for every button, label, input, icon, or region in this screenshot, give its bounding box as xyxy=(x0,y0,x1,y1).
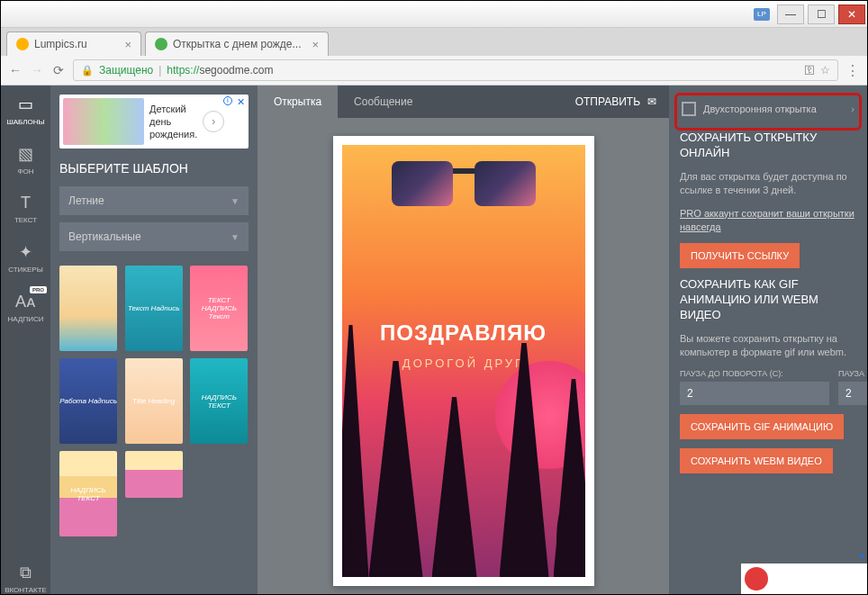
save-online-text: Для вас открытка будет доступна по ссылк… xyxy=(680,170,856,198)
doublesided-label: Двухсторонняя открытка xyxy=(703,104,817,114)
browser-tabstrip: Lumpics.ru × Открытка с днем рожде... × xyxy=(1,28,867,56)
doublesided-row[interactable]: Двухсторонняя открытка › xyxy=(680,96,856,122)
card-title: ПОЗДРАВЛЯЮ xyxy=(342,320,585,346)
save-gif-text: Вы можете сохранить открытку на компьюте… xyxy=(680,332,856,360)
nav-forward-icon[interactable]: → xyxy=(30,63,44,77)
template-thumb[interactable]: ТЕКСТ НАДПИСЬ Текст xyxy=(190,266,248,351)
pro-link[interactable]: PRO аккаунт сохранит ваши открытки навсе… xyxy=(680,207,856,235)
chevron-right-icon[interactable]: › xyxy=(851,104,854,114)
templates-icon: ▭ xyxy=(18,95,33,114)
rail-vk[interactable]: ⧉ВКОНТАКТЕ xyxy=(1,563,50,594)
window-maximize[interactable]: ☐ xyxy=(808,5,835,24)
send-button[interactable]: ОТПРАВИТЬ✉ xyxy=(563,86,669,118)
chevron-down-icon: ▼ xyxy=(231,232,240,242)
profile-badge[interactable]: LP xyxy=(754,8,770,21)
ad-banner[interactable]: Детскийденьрождения. › i ✕ xyxy=(59,95,249,149)
template-thumb[interactable] xyxy=(59,266,117,351)
ad-close-icon[interactable]: ✕ xyxy=(858,551,865,561)
ad-close-icon[interactable]: ✕ xyxy=(237,96,245,108)
pause-before-input[interactable] xyxy=(680,382,829,405)
ad-image xyxy=(63,98,144,145)
checkbox[interactable] xyxy=(682,102,696,116)
tab-card[interactable]: Открытка xyxy=(258,86,338,118)
key-icon[interactable]: ⚿ xyxy=(804,64,815,77)
small-ad[interactable]: ✕ xyxy=(741,563,867,594)
get-link-button[interactable]: ПОЛУЧИТЬ ССЫЛКУ xyxy=(680,243,800,268)
template-thumb[interactable]: Работа Надпись xyxy=(59,358,117,444)
tab-close-icon[interactable]: × xyxy=(124,38,131,51)
rail-stickers[interactable]: ✦СТИКЕРЫ xyxy=(1,242,50,274)
text-icon: T xyxy=(21,194,31,212)
sidebar: Детскийденьрождения. › i ✕ ВЫБЕРИТЕ ШАБЛ… xyxy=(50,86,258,594)
lock-icon: 🔒 xyxy=(81,65,94,77)
rail-inscriptions[interactable]: PROAᴀНАДПИСИ xyxy=(1,292,50,323)
save-online-heading: СОХРАНИТЬ ОТКРЫТКУ ОНЛАЙН xyxy=(680,131,856,161)
background-icon: ▧ xyxy=(18,144,33,164)
browser-menu-icon[interactable]: ⋮ xyxy=(845,62,860,79)
tab-title: Lumpics.ru xyxy=(34,38,87,50)
url-input[interactable]: 🔒 Защищено | https://segoodme.com ⚿ ☆ xyxy=(73,59,838,81)
card-subtitle: ДОРОГОЙ ДРУГ xyxy=(342,356,585,370)
favicon-icon xyxy=(16,38,29,50)
tab-message[interactable]: Сообщение xyxy=(338,86,429,118)
bookmark-star-icon[interactable]: ☆ xyxy=(820,64,830,77)
tab-title: Открытка с днем рожде... xyxy=(173,38,302,50)
nav-back-icon[interactable]: ← xyxy=(8,63,23,77)
address-bar: ← → ⟳ 🔒 Защищено | https://segoodme.com … xyxy=(1,56,867,86)
template-thumb[interactable]: НАДПИСЬ ТЕКСТ xyxy=(59,451,117,536)
postcard-artwork: ПОЗДРАВЛЯЮ ДОРОГОЙ ДРУГ xyxy=(342,145,585,577)
app-root: ▭ШАБЛОНЫ ▧ФОН TТЕКСТ ✦СТИКЕРЫ PROAᴀНАДПИ… xyxy=(1,86,867,594)
save-webm-button[interactable]: СОХРАНИТЬ WEBM ВИДЕО xyxy=(680,448,833,473)
inscriptions-icon: Aᴀ xyxy=(15,292,36,311)
window-titlebar: LP — ☐ ✕ xyxy=(1,1,867,28)
vk-icon: ⧉ xyxy=(20,563,32,582)
postcard[interactable]: ПОЗДРАВЛЯЮ ДОРОГОЙ ДРУГ xyxy=(333,136,594,586)
stickers-icon: ✦ xyxy=(19,242,32,262)
save-gif-heading: СОХРАНИТЬ КАК GIF АНИМАЦИЮ ИЛИ WEBM ВИДЕ… xyxy=(680,277,856,323)
rail-text[interactable]: TТЕКСТ xyxy=(1,194,50,224)
template-thumb[interactable] xyxy=(125,451,183,498)
pause-after-label: ПАУЗА ПОСЛЕ (С): xyxy=(838,369,867,378)
pro-badge: PRO xyxy=(30,286,47,293)
nav-reload-icon[interactable]: ⟳ xyxy=(51,63,66,77)
template-thumb[interactable]: НАДПИСЬ ТЕКСТ xyxy=(190,358,248,444)
ad-info-icon[interactable]: i xyxy=(223,96,232,105)
secure-label: Защищено xyxy=(99,64,153,77)
pause-after-input[interactable] xyxy=(838,382,867,405)
template-thumb[interactable]: Title Heading xyxy=(125,358,183,444)
send-icon: ✉ xyxy=(647,95,656,108)
tab-close-icon[interactable]: × xyxy=(312,38,320,51)
browser-tab[interactable]: Lumpics.ru × xyxy=(6,32,141,56)
pause-inputs: ПАУЗА ДО ПОВОРОТА (С): ПАУЗА ПОСЛЕ (С): xyxy=(680,369,856,405)
category-dropdown[interactable]: Летние▼ xyxy=(59,186,249,215)
rail-templates[interactable]: ▭ШАБЛОНЫ xyxy=(1,95,50,126)
sidebar-heading: ВЫБЕРИТЕ ШАБЛОН xyxy=(59,161,249,176)
center-tabs: Открытка Сообщение ОТПРАВИТЬ✉ xyxy=(258,86,669,118)
center-panel: Открытка Сообщение ОТПРАВИТЬ✉ ПОЗДРАВЛЯЮ… xyxy=(258,86,669,594)
window-close[interactable]: ✕ xyxy=(838,5,865,24)
left-rail: ▭ШАБЛОНЫ ▧ФОН TТЕКСТ ✦СТИКЕРЫ PROAᴀНАДПИ… xyxy=(1,86,50,594)
browser-tab[interactable]: Открытка с днем рожде... × xyxy=(145,32,329,56)
ad-logo-icon xyxy=(745,567,768,590)
save-gif-button[interactable]: СОХРАНИТЬ GIF АНИМАЦИЮ xyxy=(680,414,844,439)
sunglasses-graphic xyxy=(392,161,536,211)
pause-before-label: ПАУЗА ДО ПОВОРОТА (С): xyxy=(680,369,829,378)
orientation-dropdown[interactable]: Вертикальные▼ xyxy=(59,222,249,251)
ad-text: Детскийденьрождения. xyxy=(149,103,197,141)
ad-next-icon[interactable]: › xyxy=(203,111,224,132)
chevron-down-icon: ▼ xyxy=(231,196,240,206)
favicon-icon xyxy=(155,38,167,50)
right-panel: Двухсторонняя открытка › СОХРАНИТЬ ОТКРЫ… xyxy=(669,86,867,594)
template-grid: Текст Надпись ТЕКСТ НАДПИСЬ Текст Работа… xyxy=(59,266,249,536)
window-minimize[interactable]: — xyxy=(777,5,804,24)
canvas-area: ПОЗДРАВЛЯЮ ДОРОГОЙ ДРУГ xyxy=(258,118,669,594)
rail-background[interactable]: ▧ФОН xyxy=(1,144,50,176)
template-thumb[interactable]: Текст Надпись xyxy=(125,266,183,351)
